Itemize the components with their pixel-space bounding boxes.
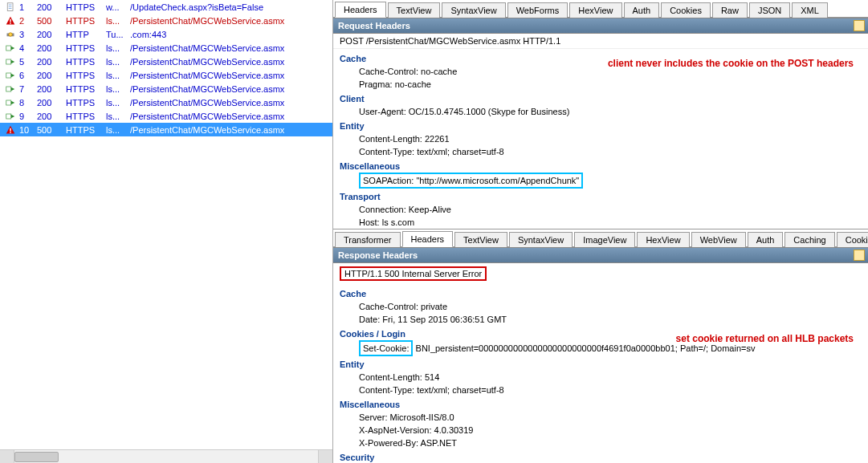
session-status: 200: [37, 112, 66, 121]
tab-syntaxview[interactable]: SyntaxView: [509, 232, 573, 247]
header-entry[interactable]: Connection: Keep-Alive: [340, 203, 862, 216]
header-entry[interactable]: Content-Type: text/xml; charset=utf-8: [340, 384, 862, 396]
header-entry[interactable]: Host: ls s.com: [340, 216, 862, 229]
request-area: HeadersTextViewSyntaxViewWebFormsHexView…: [333, 0, 868, 229]
session-number: 9: [18, 112, 37, 121]
session-url: /PersistentChat/MGCWebService.asmx: [130, 84, 332, 94]
response-headers-body: CacheCache-Control: privateDate: Fri, 11…: [333, 284, 868, 463]
session-protocol: HTTP: [66, 30, 106, 39]
session-row[interactable]: 5200HTTPSls.../PersistentChat/MGCWebServ…: [0, 55, 332, 68]
header-entry[interactable]: Content-Length: 22261: [340, 132, 862, 145]
session-protocol: HTTPS: [66, 2, 106, 12]
tab-headers[interactable]: Headers: [402, 231, 454, 247]
session-number: 5: [18, 57, 37, 67]
session-status: 200: [37, 43, 66, 53]
tab-xml[interactable]: XML: [792, 2, 828, 18]
session-icon: [3, 112, 18, 121]
session-list[interactable]: 1200HTTPSw.../UpdateCheck.aspx?isBeta=Fa…: [0, 0, 332, 449]
request-headers-body: CacheCache-Control: no-cachePragma: no-c…: [333, 49, 868, 229]
session-row[interactable]: 3200HTTPTu....com:443: [0, 27, 332, 41]
tab-cookies[interactable]: Cookies: [837, 232, 868, 247]
tab-webforms[interactable]: WebForms: [507, 2, 568, 18]
session-protocol: HTTPS: [66, 84, 106, 94]
svg-point-8: [9, 32, 13, 36]
session-status: 500: [37, 125, 66, 135]
session-icon: [3, 2, 18, 12]
header-entry[interactable]: User-Agent: OC/15.0.4745.1000 (Skype for…: [340, 105, 862, 118]
header-group: Cache: [340, 287, 862, 300]
tab-raw[interactable]: Raw: [712, 2, 748, 18]
session-url: /PersistentChat/MGCWebService.asmx: [130, 71, 332, 80]
header-group: Miscellaneous: [340, 398, 862, 411]
tab-cookies[interactable]: Cookies: [661, 2, 711, 18]
tab-hexview[interactable]: HexView: [569, 2, 621, 18]
header-entry[interactable]: X-AspNet-Version: 4.0.30319: [340, 424, 862, 437]
session-number: 3: [18, 30, 37, 39]
header-entry[interactable]: Server: Microsoft-IIS/8.0: [340, 411, 862, 424]
tab-textview[interactable]: TextView: [388, 2, 441, 18]
horizontal-scrollbar[interactable]: [0, 449, 332, 463]
svg-rect-23: [10, 132, 11, 133]
session-icon: [3, 30, 18, 39]
docs-icon[interactable]: [854, 250, 865, 261]
session-number: 6: [18, 71, 37, 80]
session-row[interactable]: 4200HTTPSls.../PersistentChat/MGCWebServ…: [0, 41, 332, 55]
session-row[interactable]: 8200HTTPSls.../PersistentChat/MGCWebServ…: [0, 95, 332, 109]
session-number: 10: [18, 125, 37, 135]
header-entry[interactable]: Set-Cookie: BNI_persistent=0000000000000…: [340, 340, 862, 356]
session-icon: [3, 84, 18, 94]
docs-icon[interactable]: [854, 20, 865, 31]
svg-rect-9: [6, 46, 11, 51]
session-row[interactable]: 6200HTTPSls.../PersistentChat/MGCWebServ…: [0, 68, 332, 82]
session-number: 4: [18, 43, 37, 53]
session-url: /PersistentChat/MGCWebService.asmx: [130, 43, 332, 53]
session-row[interactable]: 9200HTTPSls.../PersistentChat/MGCWebServ…: [0, 109, 332, 123]
header-entry[interactable]: X-Powered-By: ASP.NET: [340, 437, 862, 449]
session-host: ls...: [106, 16, 130, 26]
svg-marker-10: [11, 46, 15, 50]
header-entry[interactable]: Cache-Control: no-cache: [340, 65, 862, 78]
session-url: /PersistentChat/MGCWebService.asmx: [130, 98, 332, 108]
session-row[interactable]: 1200HTTPSw.../UpdateCheck.aspx?isBeta=Fa…: [0, 0, 332, 14]
header-entry[interactable]: Pragma: no-cache: [340, 78, 862, 91]
tab-syntaxview[interactable]: SyntaxView: [442, 2, 505, 18]
svg-marker-20: [11, 114, 15, 118]
session-host: w...: [106, 2, 130, 12]
response-tabstrip: TransformerHeadersTextViewSyntaxViewImag…: [333, 229, 868, 247]
session-row[interactable]: 2500HTTPSls.../PersistentChat/MGCWebServ…: [0, 14, 332, 27]
session-icon: [3, 71, 18, 80]
tab-textview[interactable]: TextView: [454, 232, 507, 247]
session-host: ls...: [106, 125, 130, 135]
tab-imageview[interactable]: ImageView: [574, 232, 635, 247]
session-url: /UpdateCheck.aspx?isBeta=False: [130, 2, 332, 12]
header-entry[interactable]: Date: Fri, 11 Sep 2015 06:36:51 GMT: [340, 313, 862, 326]
svg-rect-5: [10, 18, 11, 22]
session-protocol: HTTPS: [66, 57, 106, 67]
response-section-title: Response Headers: [338, 250, 418, 260]
session-row[interactable]: 10500HTTPSls.../PersistentChat/MGCWebSer…: [0, 123, 332, 136]
session-number: 1: [18, 2, 37, 12]
header-entry[interactable]: Cache-Control: private: [340, 300, 862, 313]
tab-caching[interactable]: Caching: [784, 232, 834, 247]
tab-transformer[interactable]: Transformer: [335, 232, 401, 247]
session-host: ls...: [106, 98, 130, 108]
header-group: Transport: [340, 190, 862, 203]
header-entry[interactable]: SOAPAction: "http://www.microsoft.com/Ap…: [340, 173, 862, 189]
header-entry[interactable]: Content-Type: text/xml; charset=utf-8: [340, 145, 862, 158]
scrollbar-thumb[interactable]: [14, 452, 59, 462]
header-entry[interactable]: Content-Length: 514: [340, 371, 862, 384]
tab-json[interactable]: JSON: [749, 2, 790, 18]
session-row[interactable]: 7200HTTPSls.../PersistentChat/MGCWebServ…: [0, 82, 332, 95]
svg-rect-22: [10, 128, 11, 131]
tab-auth[interactable]: Auth: [624, 2, 660, 18]
response-area: TransformerHeadersTextViewSyntaxViewImag…: [333, 229, 868, 463]
tab-headers[interactable]: Headers: [335, 2, 386, 18]
svg-rect-6: [10, 22, 11, 24]
tab-auth[interactable]: Auth: [748, 232, 784, 247]
session-url: /PersistentChat/MGCWebService.asmx: [130, 112, 332, 121]
header-group: Cookies / Login: [340, 327, 862, 340]
svg-marker-16: [11, 87, 15, 91]
header-group: Miscellaneous: [340, 160, 862, 173]
tab-webview[interactable]: WebView: [691, 232, 746, 247]
tab-hexview[interactable]: HexView: [637, 232, 689, 247]
